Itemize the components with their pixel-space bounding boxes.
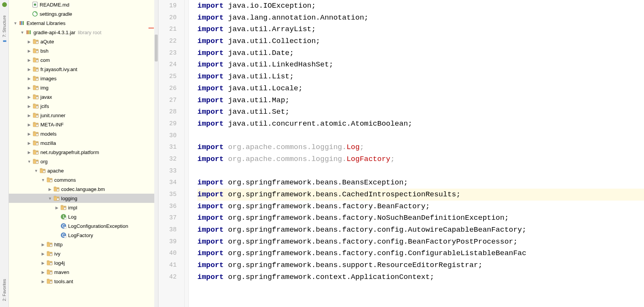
line-number[interactable]: 22	[158, 35, 177, 47]
line-number[interactable]: 31	[158, 141, 177, 153]
file-label: settings.gradle	[40, 11, 72, 17]
line-number[interactable]: 20	[158, 12, 177, 24]
tree-node-images[interactable]: ▶images	[9, 74, 154, 83]
code-line[interactable]: import java.io.IOException;	[197, 0, 644, 12]
line-number[interactable]: 41	[158, 259, 177, 271]
line-number[interactable]: 39	[158, 236, 177, 248]
scrollbar-thumb[interactable]	[155, 35, 158, 61]
tree-scrollbar[interactable]	[154, 0, 158, 307]
libraries-icon	[19, 20, 25, 26]
tree-node-fr[interactable]: ▶fr.jayasoft.ivy.ant	[9, 65, 154, 74]
code-line[interactable]: import org.springframework.beans.factory…	[197, 236, 644, 248]
tree-node-aQute[interactable]: ▶aQute	[9, 37, 154, 46]
code-line[interactable]: import java.lang.annotation.Annotation;	[197, 12, 644, 24]
tree-node-logging[interactable]: ▼logging	[9, 194, 154, 203]
error-stripe-mark[interactable]	[148, 28, 154, 28]
tree-node-junit[interactable]: ▶junit.runner	[9, 111, 154, 120]
line-number[interactable]: 40	[158, 247, 177, 259]
svg-rect-61	[54, 196, 56, 197]
line-number[interactable]: 21	[158, 23, 177, 35]
tree-node-ivy[interactable]: ▶ivy	[9, 249, 154, 258]
line-number[interactable]: 30	[158, 130, 177, 142]
tree-node-models[interactable]: ▶models	[9, 129, 154, 138]
code-line[interactable]: import org.springframework.beans.factory…	[197, 247, 644, 259]
svg-rect-5	[23, 21, 24, 25]
tree-node-maven[interactable]: ▶maven	[9, 267, 154, 277]
line-number[interactable]: 19	[158, 0, 177, 12]
line-number[interactable]: 35	[158, 189, 177, 201]
tree-node-com[interactable]: ▶com	[9, 55, 154, 65]
tree-node-log4j[interactable]: ▶log4j	[9, 258, 154, 267]
tree-node-http[interactable]: ▶http	[9, 240, 154, 249]
tree-node-net[interactable]: ▶net.rubygrapefruit.platform	[9, 148, 154, 157]
expand-arrow-right-icon: ▶	[27, 141, 32, 145]
expand-arrow-right-icon: ▶	[40, 242, 46, 247]
line-number[interactable]: 33	[158, 165, 177, 177]
debug-tab-icon[interactable]: ⬤	[2, 2, 7, 7]
tree-node-tools[interactable]: ▶tools.ant	[9, 277, 154, 286]
tree-node-logce[interactable]: ▶CLogConfigurationException	[9, 221, 154, 231]
line-number[interactable]: 23	[158, 47, 177, 59]
tree-node-commons[interactable]: ▼commons	[9, 175, 154, 184]
line-number[interactable]: 32	[158, 153, 177, 165]
tree-node-javax[interactable]: ▶javax	[9, 92, 154, 101]
line-gutter[interactable]: 1920212223242526272829303132333435363738…	[158, 0, 185, 307]
package-icon	[60, 204, 67, 211]
line-number[interactable]: 36	[158, 201, 177, 212]
tree-node-apache[interactable]: ▼apache	[9, 166, 154, 175]
tree-node-codec[interactable]: ▶codec.language.bm	[9, 184, 154, 194]
code-line[interactable]: import org.apache.commons.logging.Log;	[197, 141, 644, 153]
tree-node-org[interactable]: ▼org	[9, 157, 154, 166]
structure-tab[interactable]: ▮ 7: Structure	[1, 13, 7, 46]
tree-node-impl[interactable]: ▶impl	[9, 203, 154, 212]
code-line[interactable]: import java.util.Set;	[197, 106, 644, 118]
code-line[interactable]: import org.springframework.beans.support…	[197, 259, 644, 271]
code-line[interactable]: import org.springframework.beans.factory…	[197, 201, 644, 212]
project-tree-viewport[interactable]: ▶ README.md ▶ settings.gradle ▼ External…	[9, 0, 154, 307]
favorites-tab[interactable]: 2: Favorites	[1, 277, 7, 303]
svg-rect-28	[33, 95, 35, 96]
tree-node-img[interactable]: ▶img	[9, 83, 154, 92]
code-line[interactable]: import org.apache.commons.logging.LogFac…	[197, 153, 644, 165]
line-number[interactable]: 38	[158, 224, 177, 236]
code-line[interactable]	[197, 165, 644, 177]
external-libraries-node[interactable]: ▼ External Libraries	[9, 18, 154, 28]
fold-gutter[interactable]	[185, 0, 189, 307]
svg-text:I: I	[63, 215, 64, 219]
jar-node[interactable]: ▼ gradle-api-4.3.1.jar library root	[9, 28, 154, 37]
code-line[interactable]: import org.springframework.beans.factory…	[197, 224, 644, 236]
code-line[interactable]: import java.util.Locale;	[197, 83, 644, 95]
code-line[interactable]: import java.util.Collection;	[197, 35, 644, 47]
code-line[interactable]: import java.util.Map;	[197, 95, 644, 106]
line-number[interactable]: 29	[158, 118, 177, 130]
svg-rect-37	[33, 122, 35, 123]
code-line[interactable]: import java.util.LinkedHashSet;	[197, 59, 644, 71]
tree-node-jcifs[interactable]: ▶jcifs	[9, 101, 154, 111]
line-number[interactable]: 24	[158, 59, 177, 71]
line-number[interactable]: 27	[158, 95, 177, 106]
code-line[interactable]: import java.util.List;	[197, 71, 644, 83]
code-line[interactable]	[197, 130, 644, 142]
code-line[interactable]: import org.springframework.beans.CachedI…	[197, 189, 644, 201]
code-line[interactable]: import org.springframework.beans.BeansEx…	[197, 177, 644, 189]
file-node-readme[interactable]: ▶ README.md	[9, 0, 154, 9]
line-number[interactable]: 25	[158, 71, 177, 83]
node-label: javax	[40, 94, 52, 100]
code-viewport[interactable]: import java.io.IOException;import java.l…	[189, 0, 644, 307]
tree-node-mozilla[interactable]: ▶mozilla	[9, 138, 154, 148]
line-number[interactable]: 34	[158, 177, 177, 189]
tree-node-bsh[interactable]: ▶bsh	[9, 46, 154, 55]
file-node-settings-gradle[interactable]: ▶ settings.gradle	[9, 9, 154, 18]
code-line[interactable]: import org.springframework.beans.factory…	[197, 212, 644, 224]
line-number[interactable]: 26	[158, 83, 177, 95]
code-line[interactable]: import java.util.concurrent.atomic.Atomi…	[197, 118, 644, 130]
tree-node-meta[interactable]: ▶META-INF	[9, 120, 154, 129]
code-line[interactable]: import java.util.ArrayList;	[197, 23, 644, 35]
tree-node-logfac[interactable]: ▶CLogFactory	[9, 231, 154, 240]
line-number[interactable]: 28	[158, 106, 177, 118]
code-line[interactable]: import org.springframework.context.Appli…	[197, 271, 644, 283]
code-line[interactable]: import java.util.Date;	[197, 47, 644, 59]
line-number[interactable]: 37	[158, 212, 177, 224]
line-number[interactable]: 42	[158, 271, 177, 283]
tree-node-log[interactable]: ▶ILog	[9, 212, 154, 221]
